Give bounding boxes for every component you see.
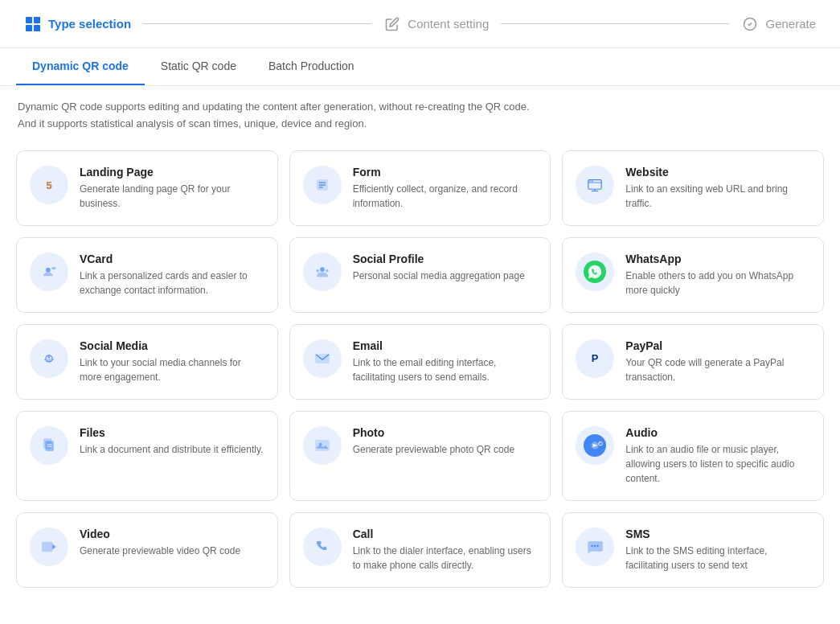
card-title-photo: Photo bbox=[353, 426, 514, 439]
card-text-video: Video Generate previewable video QR code bbox=[80, 528, 240, 558]
tabs-bar: Dynamic QR code Static QR code Batch Pro… bbox=[0, 48, 840, 86]
card-icon-email bbox=[303, 339, 342, 378]
svg-point-21 bbox=[326, 269, 329, 273]
svg-rect-24 bbox=[38, 347, 60, 370]
card-desc-video: Generate previewable video QR code bbox=[80, 544, 240, 558]
card-desc-landing-page: Generate landing page QR for your busine… bbox=[80, 182, 264, 211]
card-social-media[interactable]: Social Media Link to your social media c… bbox=[16, 324, 278, 400]
card-desc-social-profile: Personal social media aggregation page bbox=[353, 269, 525, 283]
step-generate-icon bbox=[741, 15, 759, 33]
card-icon-audio bbox=[576, 426, 614, 465]
card-text-photo: Photo Generate previewable photo QR code bbox=[353, 426, 514, 457]
step-content-icon bbox=[383, 15, 401, 33]
svg-point-17 bbox=[46, 267, 51, 272]
description-line1: Dynamic QR code supports editing and upd… bbox=[18, 99, 822, 116]
svg-rect-47 bbox=[311, 536, 334, 558]
svg-point-28 bbox=[52, 359, 54, 360]
card-text-vcard: VCard Link a personalized cards and easi… bbox=[80, 252, 264, 298]
svg-point-51 bbox=[597, 544, 599, 546]
svg-rect-9 bbox=[584, 174, 606, 196]
card-desc-website: Link to an exsiting web URL and bring tr… bbox=[625, 182, 810, 211]
card-icon-landing-page: 5 5 bbox=[30, 166, 68, 204]
card-title-whatsapp: WhatsApp bbox=[625, 252, 810, 265]
tab-static[interactable]: Static QR code bbox=[145, 48, 252, 85]
card-icon-photo bbox=[303, 426, 342, 465]
card-icon-website bbox=[576, 166, 614, 204]
svg-point-26 bbox=[48, 355, 51, 358]
card-desc-paypal: Your QR code will generate a PayPal tran… bbox=[625, 355, 810, 384]
card-sms[interactable]: SMS Link to the SMS editing interface, f… bbox=[562, 512, 824, 588]
svg-text:5: 5 bbox=[46, 179, 51, 191]
card-text-social-profile: Social Profile Personal social media agg… bbox=[353, 252, 525, 283]
card-text-email: Email Link to the email editing interfac… bbox=[353, 339, 538, 384]
cards-grid: 5 5 Landing Page Generate landing page Q… bbox=[0, 139, 840, 599]
card-whatsapp[interactable]: WhatsApp Enable others to add you on Wha… bbox=[562, 237, 824, 313]
card-vcard[interactable]: VCard Link a personalized cards and easi… bbox=[16, 237, 278, 313]
card-text-call: Call Link to the dialer interface, enabl… bbox=[353, 528, 538, 573]
card-email[interactable]: Email Link to the email editing interfac… bbox=[289, 324, 551, 400]
card-icon-files bbox=[30, 426, 68, 465]
card-icon-social-profile bbox=[303, 252, 342, 291]
svg-point-12 bbox=[590, 180, 592, 182]
card-text-landing-page: Landing Page Generate landing page QR fo… bbox=[80, 166, 264, 211]
card-text-website: Website Link to an exsiting web URL and … bbox=[625, 166, 810, 211]
step-content-label: Content setting bbox=[408, 17, 489, 31]
card-text-form: Form Efficiently collect, organize, and … bbox=[353, 166, 538, 211]
card-website[interactable]: Website Link to an exsiting web URL and … bbox=[562, 150, 824, 226]
description-block: Dynamic QR code supports editing and upd… bbox=[0, 86, 840, 139]
step-type-icon bbox=[24, 15, 42, 33]
card-desc-call: Link to the dialer interface, enabling u… bbox=[353, 544, 538, 573]
card-form[interactable]: Form Efficiently collect, organize, and … bbox=[289, 150, 551, 226]
svg-rect-39 bbox=[315, 440, 328, 450]
tab-dynamic[interactable]: Dynamic QR code bbox=[16, 48, 145, 85]
card-audio[interactable]: Audio Link to an audio file or music pla… bbox=[562, 411, 824, 501]
step-line-1 bbox=[143, 23, 371, 24]
card-title-audio: Audio bbox=[625, 426, 810, 439]
card-title-call: Call bbox=[353, 528, 538, 540]
card-icon-video bbox=[30, 528, 68, 566]
card-text-whatsapp: WhatsApp Enable others to add you on Wha… bbox=[625, 252, 810, 298]
card-title-video: Video bbox=[80, 528, 240, 540]
card-title-website: Website bbox=[625, 166, 810, 179]
description-line2: And it supports statistical analysis of … bbox=[18, 116, 822, 133]
card-desc-sms: Link to the SMS editing interface, facil… bbox=[625, 544, 810, 573]
step-content[interactable]: Content setting bbox=[383, 15, 489, 33]
card-social-profile[interactable]: Social Profile Personal social media agg… bbox=[289, 237, 551, 313]
svg-point-43 bbox=[599, 441, 603, 445]
card-desc-photo: Generate previewable photo QR code bbox=[353, 442, 514, 457]
card-icon-whatsapp bbox=[576, 252, 614, 291]
svg-rect-35 bbox=[46, 441, 53, 450]
card-paypal[interactable]: P PayPal Your QR code will generate a Pa… bbox=[562, 324, 824, 400]
svg-point-13 bbox=[592, 180, 594, 182]
step-type[interactable]: Type selection bbox=[24, 15, 131, 33]
step-generate[interactable]: Generate bbox=[741, 15, 816, 33]
tab-batch[interactable]: Batch Production bbox=[252, 48, 371, 85]
card-icon-call bbox=[303, 528, 342, 566]
card-text-sms: SMS Link to the SMS editing interface, f… bbox=[625, 528, 810, 573]
card-text-files: Files Link a document and distribute it … bbox=[80, 426, 263, 457]
card-call[interactable]: Call Link to the dialer interface, enabl… bbox=[289, 512, 551, 588]
card-title-email: Email bbox=[353, 339, 538, 352]
card-desc-whatsapp: Enable others to add you on WhatsApp mor… bbox=[625, 269, 810, 298]
steps-bar: Type selection Content setting Generate bbox=[0, 0, 840, 48]
card-title-social-media: Social Media bbox=[80, 339, 264, 352]
card-icon-social-media bbox=[30, 339, 68, 378]
card-photo[interactable]: Photo Generate previewable photo QR code bbox=[289, 411, 551, 501]
card-title-files: Files bbox=[80, 426, 263, 439]
card-desc-files: Link a document and distribute it effici… bbox=[80, 442, 263, 457]
card-title-social-profile: Social Profile bbox=[353, 252, 525, 265]
card-video[interactable]: Video Generate previewable video QR code bbox=[16, 512, 278, 588]
card-files[interactable]: Files Link a document and distribute it … bbox=[16, 411, 278, 501]
card-text-paypal: PayPal Your QR code will generate a PayP… bbox=[625, 339, 810, 384]
card-desc-email: Link to the email editing interface, fac… bbox=[353, 355, 538, 384]
svg-point-27 bbox=[44, 359, 46, 360]
card-icon-form bbox=[303, 166, 342, 204]
card-icon-vcard bbox=[30, 252, 68, 291]
card-landing-page[interactable]: 5 5 Landing Page Generate landing page Q… bbox=[16, 150, 278, 226]
step-type-label: Type selection bbox=[48, 17, 131, 31]
card-title-paypal: PayPal bbox=[625, 339, 810, 352]
card-desc-vcard: Link a personalized cards and easier to … bbox=[80, 269, 264, 298]
card-text-social-media: Social Media Link to your social media c… bbox=[80, 339, 264, 384]
svg-rect-18 bbox=[52, 267, 56, 269]
card-title-vcard: VCard bbox=[80, 252, 264, 265]
